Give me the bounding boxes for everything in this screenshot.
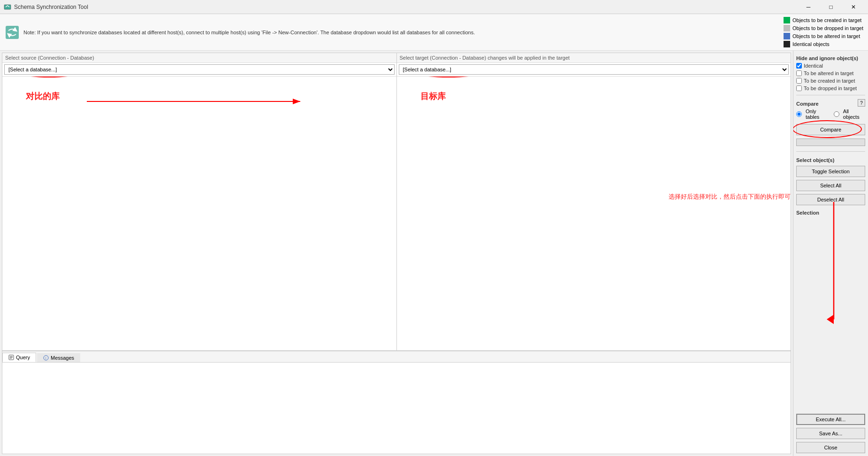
altered-checkbox[interactable] — [796, 70, 802, 76]
maximize-button[interactable]: □ — [820, 0, 842, 14]
source-panel-select: [Select a database...] — [2, 63, 396, 77]
main-window: Note: If you want to synchronize databas… — [0, 14, 868, 456]
dropped-checkbox-label: To be dropped in target — [804, 85, 857, 91]
close-sidebar-button[interactable]: Close — [796, 442, 865, 453]
identical-checkbox[interactable] — [796, 63, 802, 69]
source-panel-content: 对比的库 — [2, 77, 396, 350]
db-panels: Select source (Connection - Database) [S… — [2, 53, 791, 351]
legend-identical: Identical objects — [784, 41, 863, 47]
all-objects-label: All objects — [843, 108, 865, 120]
close-button[interactable]: ✕ — [843, 0, 864, 14]
legend-box-identical — [784, 41, 790, 47]
app-icon — [4, 3, 11, 11]
hide-ignore-label: Hide and ignore object(s) — [796, 55, 865, 61]
identical-checkbox-row: Identical — [796, 63, 865, 69]
legend-box-altered — [784, 33, 790, 39]
target-oval-annotation — [397, 77, 505, 77]
panels-area: Select source (Connection - Database) [S… — [0, 51, 793, 456]
legend-box-dropped — [784, 25, 790, 31]
messages-icon: i — [43, 355, 49, 361]
legend: Objects to be created in target Objects … — [784, 17, 863, 47]
target-panel-header: Select target (Connection - Database) ch… — [397, 53, 791, 63]
legend-identical-label: Identical objects — [792, 41, 830, 47]
target-database-dropdown[interactable]: [Select a database...] — [399, 64, 789, 75]
compare-button[interactable]: Compare — [796, 124, 865, 135]
title-bar-controls: ─ □ ✕ — [798, 0, 864, 14]
svg-text:i: i — [46, 356, 46, 360]
execute-all-button[interactable]: Execute All... — [796, 414, 865, 425]
created-checkbox[interactable] — [796, 78, 802, 84]
separator-2 — [796, 151, 865, 152]
all-objects-radio[interactable] — [834, 111, 839, 117]
query-icon — [8, 355, 14, 360]
dropped-checkbox-row: To be dropped in target — [796, 85, 865, 91]
tab-query-label: Query — [16, 355, 30, 360]
compare-help-button[interactable]: ? — [858, 99, 865, 107]
minimize-button[interactable]: ─ — [798, 0, 819, 14]
bottom-content — [2, 363, 791, 454]
source-panel-header: Select source (Connection - Database) — [2, 53, 396, 63]
compare-progress-bar — [796, 139, 865, 146]
source-oval-annotation — [2, 77, 101, 77]
legend-dropped-label: Objects to be dropped in target — [792, 25, 863, 31]
legend-altered: Objects to be altered in target — [784, 33, 863, 39]
source-panel: Select source (Connection - Database) [S… — [2, 53, 397, 350]
save-as-button[interactable]: Save As... — [796, 428, 865, 439]
title-bar-text: Schema Synchronization Tool — [14, 4, 88, 10]
target-panel-select: [Select a database...] — [397, 63, 791, 77]
separator-1 — [796, 95, 865, 95]
legend-altered-label: Objects to be altered in target — [792, 33, 860, 39]
info-note: Note: If you want to synchronize databas… — [23, 30, 780, 35]
compare-radio-row: Only tables All objects — [796, 108, 865, 120]
select-objects-label: Select object(s) — [796, 157, 865, 163]
title-bar: Schema Synchronization Tool ─ □ ✕ — [0, 0, 868, 14]
target-annotation-text: 目标库 — [420, 91, 446, 102]
altered-checkbox-label: To be altered in target — [804, 70, 853, 76]
identical-checkbox-label: Identical — [804, 63, 823, 69]
content-area: Select source (Connection - Database) [S… — [0, 51, 868, 456]
info-bar: Note: If you want to synchronize databas… — [0, 14, 868, 51]
toggle-selection-button[interactable]: Toggle Selection — [796, 166, 865, 177]
created-checkbox-row: To be created in target — [796, 78, 865, 84]
altered-checkbox-row: To be altered in target — [796, 70, 865, 76]
tab-messages-label: Messages — [51, 355, 74, 361]
sync-icon — [5, 25, 20, 40]
right-sidebar: Hide and ignore object(s) Identical To b… — [793, 51, 868, 456]
spacer — [796, 217, 865, 412]
compare-btn-container: Compare — [796, 123, 865, 135]
created-checkbox-label: To be created in target — [804, 78, 855, 84]
only-tables-label: Only tables — [806, 108, 830, 120]
compare-label-row: Compare ? — [796, 99, 865, 107]
dropped-checkbox[interactable] — [796, 85, 802, 91]
target-panel-content: 目标库 — [397, 77, 791, 350]
legend-box-created — [784, 17, 790, 23]
bottom-panel: Query i Messages — [2, 351, 791, 454]
svg-rect-1 — [6, 26, 19, 39]
source-arrow — [87, 94, 307, 108]
deselect-all-button[interactable]: Deselect All — [796, 194, 865, 205]
legend-created-label: Objects to be created in target — [792, 17, 861, 23]
tab-messages[interactable]: i Messages — [37, 353, 80, 362]
legend-created: Objects to be created in target — [784, 17, 863, 23]
only-tables-radio[interactable] — [796, 111, 802, 117]
legend-dropped: Objects to be dropped in target — [784, 25, 863, 31]
compare-label: Compare — [796, 101, 819, 107]
source-annotation-text: 对比的库 — [26, 91, 60, 102]
source-database-dropdown[interactable]: [Select a database...] — [4, 64, 395, 75]
select-all-button[interactable]: Select All — [796, 180, 865, 191]
selection-label: Selection — [796, 210, 865, 216]
target-panel: Select target (Connection - Database) ch… — [397, 53, 791, 350]
tab-query[interactable]: Query — [2, 353, 36, 362]
bottom-tabs: Query i Messages — [2, 351, 791, 363]
